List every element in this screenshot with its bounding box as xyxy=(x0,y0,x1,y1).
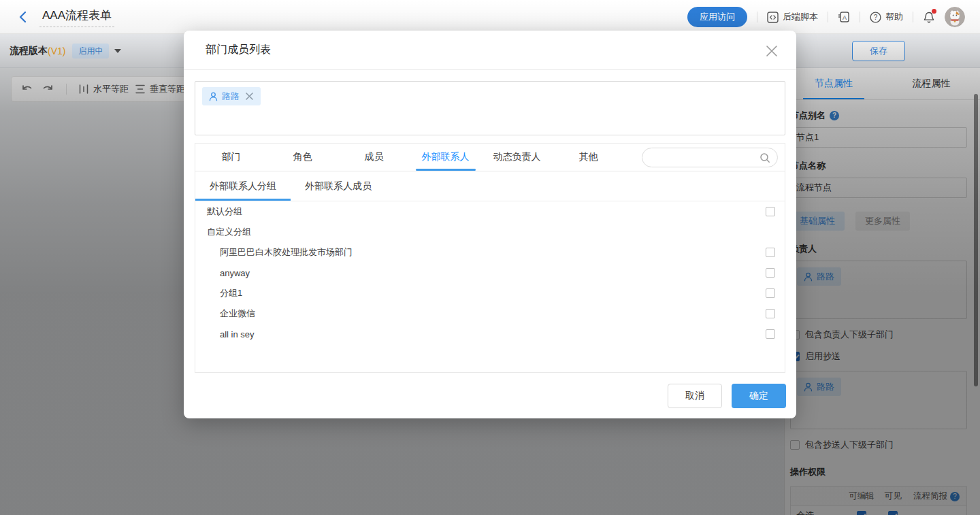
col-editable: 可编辑 xyxy=(844,491,879,502)
help-button[interactable]: ? 帮助 xyxy=(870,11,903,23)
undo-button[interactable] xyxy=(21,84,34,95)
vertical-distribute-button[interactable]: 垂直等距 xyxy=(135,83,185,95)
back-button[interactable] xyxy=(18,11,27,23)
perm-row-label: 全选 xyxy=(791,510,844,515)
list-item-label: 默认分组 xyxy=(207,205,242,218)
alias-help-icon[interactable]: ? xyxy=(830,111,839,120)
node-alias-input[interactable] xyxy=(790,127,967,148)
redo-button[interactable] xyxy=(41,84,54,95)
more-attributes-button[interactable]: 更多属性 xyxy=(855,212,910,231)
owner-picker-box[interactable]: 路路 xyxy=(790,261,967,319)
page-title: AAA流程表单 xyxy=(39,6,114,27)
cc-tag: 路路 xyxy=(797,378,841,396)
vertical-distribute-label: 垂直等距 xyxy=(150,83,185,95)
list-item-label: all in sey xyxy=(220,329,255,339)
search-input[interactable] xyxy=(652,152,760,163)
list-item[interactable]: 自定义分组 xyxy=(195,222,785,242)
list-item[interactable]: 企业微信 xyxy=(195,303,785,324)
member-picker: 部门 角色 成员 外部联系人 动态负责人 其他 外部联系人分组 外部联系人成员 … xyxy=(195,143,785,373)
remove-tag-icon[interactable] xyxy=(245,92,254,101)
top-header: AAA流程表单 应用访问 后端脚本 A ? 帮助 xyxy=(0,0,980,34)
horizontal-distribute-label: 水平等距 xyxy=(93,83,129,95)
divider xyxy=(828,12,828,22)
backend-script-button[interactable]: 后端脚本 xyxy=(767,11,818,23)
tab-other[interactable]: 其他 xyxy=(553,144,624,171)
report-help-icon[interactable]: ? xyxy=(950,492,960,501)
table-row: 全选 xyxy=(791,506,966,515)
person-icon xyxy=(804,272,813,282)
horizontal-distribute-icon xyxy=(79,84,88,94)
group-list: 默认分组 自定义分组 阿里巴巴白木胶处理批发市场部门 anyway 分组1 企业… xyxy=(195,201,785,373)
node-name-input[interactable] xyxy=(790,178,967,198)
list-item-checkbox[interactable] xyxy=(766,288,775,298)
list-item[interactable]: 分组1 xyxy=(195,283,785,303)
horizontal-distribute-button[interactable]: 水平等距 xyxy=(79,83,129,95)
owner-tag: 路路 xyxy=(797,267,841,286)
search-icon[interactable] xyxy=(760,152,770,163)
avatar[interactable] xyxy=(945,7,965,27)
version-dropdown-caret[interactable] xyxy=(114,49,121,53)
translate-icon: A xyxy=(838,11,850,23)
list-item-label: 自定义分组 xyxy=(207,226,251,238)
cancel-button[interactable]: 取消 xyxy=(668,384,722,408)
version-label: 流程版本 xyxy=(10,45,48,57)
include-cc-sub-checkbox[interactable] xyxy=(790,440,800,450)
select-all-editable-checkbox[interactable] xyxy=(857,511,866,515)
divider xyxy=(757,12,757,22)
list-item-label: 企业微信 xyxy=(220,308,255,320)
basic-attributes-button[interactable]: 基础属性 xyxy=(790,212,845,231)
col-visible: 可见 xyxy=(879,491,906,502)
list-item-label: 分组1 xyxy=(220,287,242,299)
confirm-button[interactable]: 确定 xyxy=(732,384,786,408)
permissions-header-row: 可编辑 可见 流程简报 ? xyxy=(791,487,966,506)
tab-member[interactable]: 成员 xyxy=(338,144,410,171)
tab-department[interactable]: 部门 xyxy=(195,144,267,171)
list-item[interactable]: all in sey xyxy=(195,324,785,344)
code-icon xyxy=(767,12,779,23)
notification-dot xyxy=(932,9,936,14)
panel-scrollbar[interactable] xyxy=(974,94,978,386)
status-badge: 启用中 xyxy=(72,44,109,59)
app-access-button[interactable]: 应用访问 xyxy=(687,7,747,27)
avatar-image xyxy=(945,7,965,27)
list-item[interactable]: 阿里巴巴白木胶处理批发市场部门 xyxy=(195,242,785,263)
subtab-external-members[interactable]: 外部联系人成员 xyxy=(291,171,386,201)
list-item-checkbox[interactable] xyxy=(766,268,775,278)
owner-label-row: 负责人 xyxy=(790,243,967,255)
tab-flow-properties[interactable]: 流程属性 xyxy=(883,68,980,99)
subtab-external-groups[interactable]: 外部联系人分组 xyxy=(195,171,291,201)
tab-node-properties[interactable]: 节点属性 xyxy=(785,68,883,99)
close-icon[interactable] xyxy=(765,44,779,58)
svg-text:?: ? xyxy=(874,14,878,21)
help-label: 帮助 xyxy=(885,11,903,23)
save-button[interactable]: 保存 xyxy=(852,41,905,61)
owner-tag-label: 路路 xyxy=(817,271,834,283)
divider xyxy=(860,12,860,22)
selected-members-box[interactable]: 路路 xyxy=(195,81,785,135)
search-box xyxy=(642,148,778,167)
tab-role[interactable]: 角色 xyxy=(267,144,338,171)
translate-button[interactable]: A xyxy=(838,11,850,23)
tab-external-contacts[interactable]: 外部联系人 xyxy=(410,144,481,171)
tab-dynamic-owner[interactable]: 动态负责人 xyxy=(481,144,553,171)
list-item[interactable]: 默认分组 xyxy=(195,201,785,222)
redo-icon xyxy=(41,84,54,95)
list-item-label: 阿里巴巴白木胶处理批发市场部门 xyxy=(220,246,353,259)
selected-member-tag: 路路 xyxy=(202,87,261,105)
list-item-checkbox[interactable] xyxy=(766,207,775,216)
chevron-left-icon xyxy=(18,11,27,23)
list-item-checkbox[interactable] xyxy=(766,329,775,339)
col-report: 流程简报 xyxy=(913,491,947,502)
divider xyxy=(913,12,913,22)
cc-picker-box[interactable]: 路路 xyxy=(790,371,967,429)
selected-member-label: 路路 xyxy=(222,90,240,103)
select-all-visible-checkbox[interactable] xyxy=(888,511,898,515)
list-item[interactable]: anyway xyxy=(195,263,785,283)
question-circle-icon: ? xyxy=(870,12,881,23)
list-item-checkbox[interactable] xyxy=(766,309,775,318)
modal-title: 部门成员列表 xyxy=(206,43,271,57)
enable-cc-label: 启用抄送 xyxy=(805,350,840,363)
notifications-button[interactable] xyxy=(923,11,935,24)
vertical-distribute-icon xyxy=(135,84,145,94)
list-item-checkbox[interactable] xyxy=(766,248,775,257)
